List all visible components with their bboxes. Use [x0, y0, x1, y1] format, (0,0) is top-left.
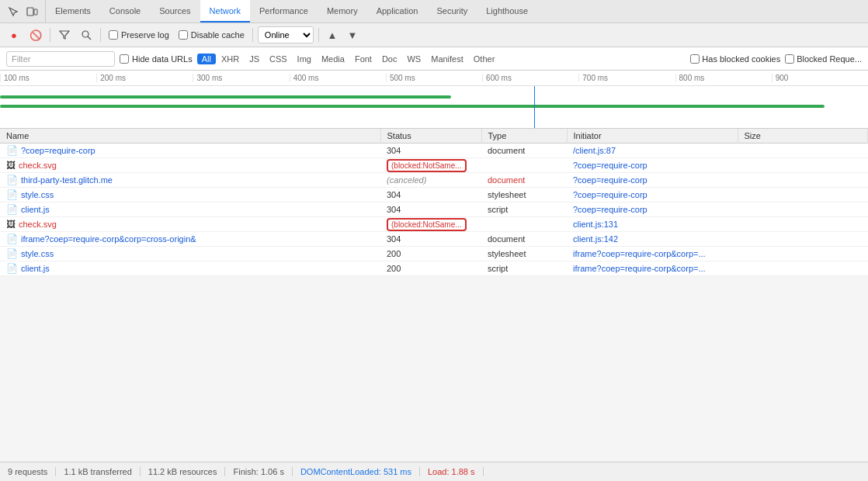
preserve-log-checkbox[interactable]: [109, 30, 118, 40]
name-link[interactable]: third-party-test.glitch.me: [21, 175, 113, 185]
name-link[interactable]: check.svg: [19, 161, 57, 170]
initiator-link[interactable]: iframe?coep=require-corp&corp=...: [573, 249, 706, 258]
table-row[interactable]: 📄third-party-test.glitch.me(canceled)doc…: [0, 173, 868, 188]
status-blocked-badge: (blocked:NotSame...: [387, 218, 467, 231]
tab-sources[interactable]: Sources: [150, 0, 200, 22]
filter-icon[interactable]: [55, 26, 74, 44]
cell-name: 🖼check.svg: [0, 158, 380, 173]
tab-elements[interactable]: Elements: [46, 0, 100, 22]
filter-type-ws[interactable]: WS: [402, 54, 425, 64]
table-row[interactable]: 📄client.js304script?coep=require-corp: [0, 202, 868, 217]
name-link[interactable]: ?coep=require-corp: [21, 146, 95, 155]
cell-type: script: [481, 261, 567, 276]
initiator-link[interactable]: ?coep=require-corp: [573, 190, 648, 199]
timeline-chart: [0, 86, 868, 129]
cell-status: 304: [380, 144, 481, 158]
device-toggle-icon[interactable]: [23, 3, 40, 20]
name-link[interactable]: style.css: [21, 190, 54, 199]
filter-type-all[interactable]: All: [197, 54, 216, 64]
tab-network[interactable]: Network: [200, 0, 250, 22]
table-row[interactable]: 📄client.js200scriptiframe?coep=require-c…: [0, 261, 868, 276]
filter-type-xhr[interactable]: XHR: [217, 54, 244, 64]
preserve-log-label[interactable]: Preserve log: [121, 30, 169, 40]
initiator-link[interactable]: iframe?coep=require-corp&corp=...: [573, 264, 706, 273]
filter-input[interactable]: [6, 51, 115, 67]
export-button[interactable]: ▼: [344, 26, 361, 43]
name-link[interactable]: client.js: [21, 205, 50, 214]
hide-data-urls-label[interactable]: Hide data URLs: [132, 54, 193, 64]
svg-rect-1: [34, 9, 37, 15]
col-type: Type: [481, 129, 567, 144]
name-link[interactable]: check.svg: [19, 220, 57, 229]
cell-type: stylesheet: [481, 247, 567, 261]
has-blocked-cookies-checkbox[interactable]: [690, 54, 700, 64]
filter-type-js[interactable]: JS: [245, 54, 264, 64]
cell-status: (blocked:NotSame...: [380, 158, 481, 173]
table-row[interactable]: 📄iframe?coep=require-corp&corp=cross-ori…: [0, 232, 868, 247]
tab-bar: Elements Console Sources Network Perform…: [0, 0, 868, 23]
tick-700: 700 ms: [578, 74, 675, 82]
cell-initiator: ?coep=require-corp: [567, 202, 738, 217]
throttle-select[interactable]: Online Fast 3G Slow 3G Offline: [258, 26, 314, 43]
filter-type-doc[interactable]: Doc: [377, 54, 402, 64]
tab-security[interactable]: Security: [427, 0, 477, 22]
import-button[interactable]: ▲: [324, 26, 341, 43]
table-row[interactable]: 🖼check.svg(blocked:NotSame...?coep=requi…: [0, 158, 868, 173]
file-icon: 🖼: [6, 160, 16, 171]
timeline-bar-load: [0, 105, 825, 108]
clear-button[interactable]: 🚫: [26, 26, 45, 44]
disable-cache-checkbox[interactable]: [179, 30, 188, 40]
search-icon[interactable]: [77, 26, 95, 44]
filter-type-css[interactable]: CSS: [265, 54, 292, 64]
tab-application[interactable]: Application: [367, 0, 428, 22]
initiator-link[interactable]: ?coep=require-corp: [573, 205, 648, 214]
cell-name: 📄style.css: [0, 247, 380, 261]
cell-status: 304: [380, 188, 481, 202]
name-link[interactable]: style.css: [21, 249, 54, 258]
tick-400: 400 ms: [290, 74, 386, 82]
tab-memory[interactable]: Memory: [318, 0, 367, 22]
filter-type-manifest[interactable]: Manifest: [426, 54, 468, 64]
blocked-requests-label[interactable]: Blocked Reque...: [797, 54, 862, 64]
initiator-link[interactable]: ?coep=require-corp: [573, 161, 648, 170]
filter-type-img[interactable]: Img: [293, 54, 316, 64]
file-icon: 📄: [6, 204, 18, 215]
initiator-link[interactable]: client.js:142: [573, 234, 618, 244]
table-row[interactable]: 📄style.css304stylesheet?coep=require-cor…: [0, 188, 868, 202]
blocked-requests-checkbox[interactable]: [785, 54, 794, 64]
record-button[interactable]: ●: [5, 26, 23, 44]
svg-point-2: [82, 31, 89, 37]
name-link[interactable]: iframe?coep=require-corp&corp=cross-orig…: [21, 234, 196, 244]
has-blocked-cookies-label[interactable]: Has blocked cookies: [702, 54, 780, 64]
inspect-icon[interactable]: [5, 3, 22, 20]
disable-cache-label[interactable]: Disable cache: [191, 30, 245, 40]
file-icon: 📄: [6, 248, 18, 259]
cell-type: [481, 217, 567, 232]
initiator-link[interactable]: client.js:131: [573, 220, 618, 229]
network-toolbar: ● 🚫 Preserve log Disable cache Online Fa…: [0, 23, 868, 47]
cell-status: 200: [380, 261, 481, 276]
table-row[interactable]: 📄?coep=require-corp304document/client.js…: [0, 144, 868, 158]
filter-type-font[interactable]: Font: [350, 54, 377, 64]
cell-type: document: [481, 144, 567, 158]
table-row[interactable]: 🖼check.svg(blocked:NotSame...client.js:1…: [0, 217, 868, 232]
network-table-wrapper[interactable]: Name Status Type Initiator Size 📄?coep=r…: [0, 129, 868, 462]
tab-lighthouse[interactable]: Lighthouse: [477, 0, 537, 22]
table-row[interactable]: 📄style.css200stylesheetiframe?coep=requi…: [0, 247, 868, 261]
tab-console[interactable]: Console: [100, 0, 150, 22]
filter-type-other[interactable]: Other: [469, 54, 500, 64]
cell-size: [738, 247, 868, 261]
separator-3: [252, 28, 253, 42]
tab-performance[interactable]: Performance: [250, 0, 318, 22]
hide-data-urls-checkbox[interactable]: [120, 54, 129, 64]
name-link[interactable]: client.js: [21, 264, 50, 273]
svg-rect-0: [27, 8, 33, 16]
initiator-link[interactable]: /client.js:87: [573, 146, 616, 155]
cell-size: [738, 232, 868, 247]
cell-size: [738, 188, 868, 202]
tick-300: 300 ms: [193, 74, 289, 82]
filter-type-media[interactable]: Media: [317, 54, 349, 64]
tick-900: 900: [772, 74, 868, 82]
cell-type: stylesheet: [481, 188, 567, 202]
initiator-link[interactable]: ?coep=require-corp: [573, 175, 648, 185]
